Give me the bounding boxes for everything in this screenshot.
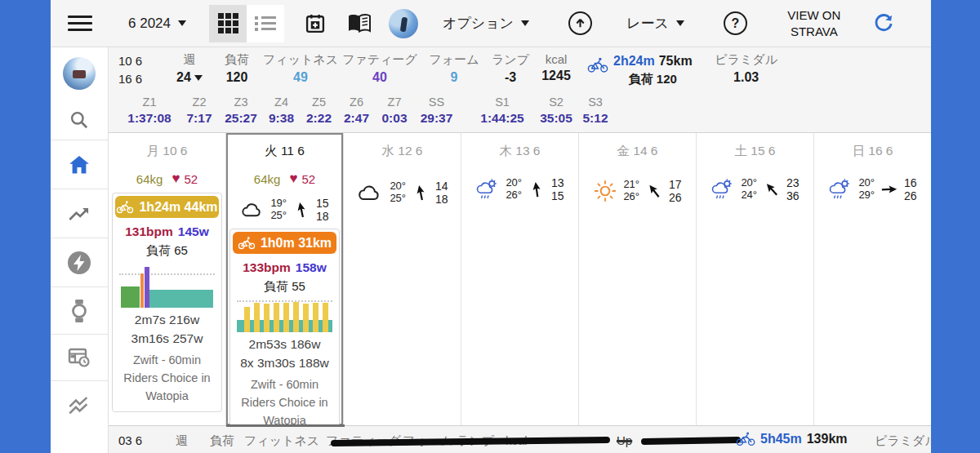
wind-arrow-icon: [291, 199, 312, 220]
sidebar-item-watch[interactable]: [51, 287, 108, 335]
metric-fitness: フィットネス49: [264, 52, 337, 85]
weather-row: 20°29° 1626: [814, 176, 931, 202]
chevron-down-icon: [676, 20, 684, 26]
week-label: 週: [176, 433, 188, 449]
activity-badge[interactable]: 1h0m 31km: [233, 232, 336, 254]
add-event-button[interactable]: [304, 12, 327, 35]
upload-button[interactable]: [568, 11, 592, 35]
weather-row: 20°25° 1418: [344, 180, 461, 206]
chevron-down-icon: [521, 20, 529, 26]
view-toggle: [209, 5, 284, 42]
metric-fatigue: ファティーグ40: [344, 52, 416, 85]
metric-ramp: ランプ-3: [489, 52, 532, 85]
day-header: 土 15 6: [697, 143, 813, 160]
avatar: [63, 57, 96, 90]
activity-duration-distance: 1h0m 31km: [261, 236, 332, 251]
view-on-strava-button[interactable]: VIEW ON STRAVA: [777, 7, 852, 39]
selected-column-bottom-edge: [226, 424, 345, 427]
bike-icon: [238, 237, 256, 250]
grid-view-button[interactable]: [209, 5, 247, 42]
day-header: 月 10 6: [109, 143, 225, 160]
sidebar-item-power[interactable]: [51, 238, 108, 287]
day-column-thu[interactable]: 木 13 6 20°26° 1315: [461, 133, 579, 425]
book-icon: [346, 13, 372, 34]
heart-icon: ♥: [172, 171, 180, 187]
table-clock-icon: [67, 346, 91, 369]
month-selector[interactable]: 6 2024: [128, 16, 186, 32]
bike-icon: [736, 432, 755, 446]
sidebar-item-activities[interactable]: [51, 381, 108, 430]
interval-line: 2m7s 216w: [113, 313, 221, 327]
home-icon: [68, 154, 91, 175]
menu-icon[interactable]: [68, 11, 92, 35]
sidebar-item-schedule[interactable]: [51, 335, 108, 381]
sidebar-item-home[interactable]: [51, 140, 108, 189]
weather-row: 19°25° 1518: [226, 197, 343, 223]
avatar[interactable]: [389, 9, 418, 38]
day-column-wed[interactable]: 水 12 6 20°25° 1418: [344, 133, 461, 425]
bike-icon: [116, 201, 134, 214]
weight-value: 64kg: [136, 172, 163, 186]
chevron-down-icon: [194, 75, 203, 81]
rain-sun-icon: [828, 177, 853, 202]
week-summary-panel: 10 616 6 週 24 負荷120 フィットネス49 ファティーグ40 フォ…: [109, 47, 931, 133]
activity-stats: 131bpm145w: [113, 224, 221, 239]
weather-row: 20°26° 1315: [461, 176, 578, 202]
activity-badge[interactable]: 1h24m 44km: [115, 196, 219, 218]
day-column-tue[interactable]: 火 11 6 64kg ♥ 52 19°25° 1518: [226, 133, 344, 425]
activity-title: Zwift - 60min Riders Choice in Watopia: [113, 352, 221, 405]
topbar: 6 2024: [51, 0, 931, 47]
redaction-scribble: [641, 437, 741, 445]
sidebar-item-search[interactable]: [51, 100, 108, 140]
wind-arrow-icon: [527, 180, 547, 200]
watch-icon: [69, 299, 90, 323]
next-week-summary-row[interactable]: 03 6 週 負荷 フィットネス ファティーグ フォーム ランプ kcal Up…: [109, 425, 931, 453]
week-date-range: 10 616 6: [118, 52, 161, 88]
activity-title: Zwift - 60min Riders Choice in Watopia: [230, 376, 339, 425]
resting-hr-value: 52: [301, 172, 315, 186]
vitals-row: 64kg ♥ 52: [109, 171, 225, 187]
sidebar-item-fitness[interactable]: [51, 189, 108, 238]
day-column-fri[interactable]: 金 14 6 21°26° 1726: [579, 133, 697, 425]
day-column-sun[interactable]: 日 16 6 20°29° 1626: [814, 133, 931, 425]
race-label: レース: [626, 14, 669, 33]
log-book-button[interactable]: [346, 13, 372, 34]
bike-icon: [587, 57, 608, 73]
month-label: 6 2024: [128, 16, 171, 32]
sidebar-item-profile[interactable]: [51, 47, 108, 100]
rain-sun-icon: [710, 177, 735, 202]
left-margin: [0, 0, 51, 453]
search-icon: [69, 109, 90, 131]
interval-line: 8x 3m30s 188w: [230, 356, 339, 371]
activity-card[interactable]: 1h0m 31km 133bpm158w 負荷 55 2m53s 186w 8x…: [229, 229, 340, 425]
week-ride-summary: 5h45m139km: [736, 432, 848, 446]
wind-arrow-icon: [410, 182, 431, 203]
load-label: 負荷: [210, 433, 234, 449]
activity-load: 負荷 55: [230, 279, 339, 295]
options-label: オプション: [443, 14, 514, 33]
refresh-button[interactable]: [873, 13, 894, 34]
double-zigzag-icon: [68, 395, 91, 416]
intervals-chart: [237, 301, 332, 332]
day-header: 金 14 6: [579, 143, 696, 160]
day-column-sat[interactable]: 土 15 6 20°24° 2336: [697, 133, 814, 425]
help-button[interactable]: ?: [724, 11, 747, 35]
up-label: Up: [617, 433, 632, 447]
cloud-icon: [356, 184, 384, 202]
activity-card[interactable]: 1h24m 44km 131bpm145w 負荷 65 2m7s 216w 3m…: [112, 193, 222, 412]
metric-week[interactable]: 週 24: [169, 52, 210, 85]
list-view-button[interactable]: [247, 5, 284, 42]
grid-icon: [218, 13, 238, 33]
zones-row: Z11:37:08 Z27:17 Z325:27 Z49:38 Z52:22 Z…: [109, 95, 931, 126]
options-dropdown[interactable]: オプション: [443, 14, 529, 33]
metric-shape: ピラミダル1.03: [714, 52, 779, 85]
weight-value: 64kg: [254, 172, 281, 186]
right-margin: [931, 0, 980, 453]
heart-icon: ♥: [289, 171, 297, 187]
weather-row: 20°24° 2336: [697, 176, 813, 202]
fitness-label: フィットネス: [244, 433, 319, 449]
week-date: 03 6: [118, 433, 142, 447]
race-dropdown[interactable]: レース: [626, 14, 684, 33]
wind-arrow-icon: [760, 177, 785, 202]
day-column-mon[interactable]: 月 10 6 64kg ♥ 52 1h24m 44km 131bpm145w 負…: [109, 133, 226, 425]
